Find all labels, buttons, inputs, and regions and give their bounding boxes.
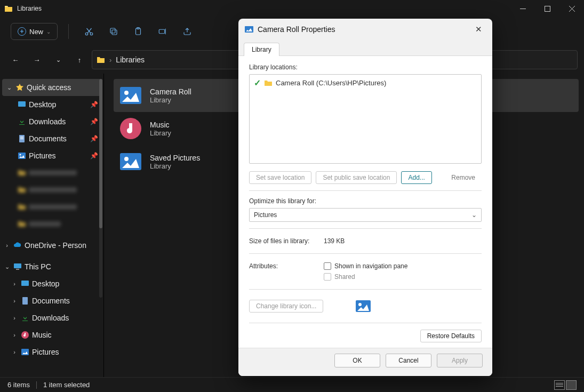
set-save-location-button[interactable]: Set save location	[249, 171, 311, 184]
shown-in-nav-checkbox[interactable]	[324, 262, 331, 270]
chevron-right-icon: ›	[11, 332, 18, 338]
sidebar-item-pc-desktop[interactable]: › Desktop	[0, 275, 103, 292]
paste-icon[interactable]	[129, 22, 148, 41]
window-titlebar: Libraries	[0, 0, 584, 17]
item-title: Saved Pictures	[150, 154, 200, 162]
sidebar-item-desktop[interactable]: Desktop 📌	[0, 96, 103, 113]
sidebar-item-quick-access[interactable]: ⌄ Quick access	[2, 79, 101, 96]
chevron-right-icon: ›	[11, 349, 18, 355]
sidebar-item-redacted[interactable]	[0, 181, 103, 198]
optimize-value: Pictures	[254, 211, 277, 219]
pictures-library-icon	[119, 84, 142, 107]
restore-defaults-button[interactable]: Restore Defaults	[420, 330, 482, 342]
tree-label: Pictures	[32, 348, 59, 356]
svg-point-29	[358, 303, 362, 306]
sidebar-item-redacted[interactable]	[0, 198, 103, 215]
folder-icon	[97, 55, 105, 64]
sidebar-item-redacted[interactable]	[0, 215, 103, 233]
optimize-select[interactable]: Pictures ⌄	[249, 208, 482, 222]
thumbnails-view-button[interactable]	[566, 380, 577, 390]
tab-library[interactable]: Library	[244, 43, 279, 56]
svg-rect-18	[21, 281, 29, 286]
star-icon	[15, 83, 25, 92]
chevron-down-icon: ⌄	[5, 84, 13, 91]
sidebar-item-downloads[interactable]: Downloads 📌	[0, 113, 103, 130]
dialog-title: Camera Roll Properties	[258, 25, 335, 34]
cancel-button[interactable]: Cancel	[386, 354, 431, 367]
tree-label	[29, 170, 77, 175]
sidebar-item-documents[interactable]: Documents 📌	[0, 130, 103, 147]
chevron-down-icon: ⌄	[3, 263, 11, 270]
properties-dialog: Camera Roll Properties ✕ Library Library…	[238, 19, 492, 376]
desktop-icon	[20, 279, 30, 289]
sidebar-item-redacted[interactable]	[0, 164, 103, 181]
folder-icon	[4, 4, 13, 13]
share-icon[interactable]	[178, 22, 197, 41]
pictures-icon	[20, 347, 30, 357]
tree-label	[29, 221, 61, 227]
forward-button[interactable]: →	[28, 51, 46, 69]
tree-label	[29, 187, 77, 193]
separator	[36, 381, 37, 389]
remove-location-button[interactable]: Remove	[445, 172, 482, 183]
svg-rect-4	[112, 30, 117, 35]
copy-icon[interactable]	[104, 22, 123, 41]
add-location-button[interactable]: Add...	[401, 171, 431, 184]
item-title: Music	[150, 121, 171, 129]
change-icon-button[interactable]: Change library icon...	[249, 300, 323, 313]
desktop-icon	[17, 100, 27, 109]
chevron-right-icon: ›	[11, 281, 18, 287]
locations-listbox[interactable]: ✓ Camera Roll (C:\Users\HP\Pictures)	[249, 74, 482, 164]
folder-icon	[17, 168, 27, 178]
separator	[68, 24, 69, 39]
tree-label: Downloads	[29, 117, 66, 126]
location-entry[interactable]: ✓ Camera Roll (C:\Users\HP\Pictures)	[254, 78, 477, 88]
svg-rect-27	[245, 26, 253, 33]
sidebar-item-pc-documents[interactable]: › Documents	[0, 292, 103, 309]
details-view-button[interactable]	[554, 380, 565, 390]
apply-button[interactable]: Apply	[437, 354, 483, 367]
scrollbar-thumb[interactable]	[99, 79, 102, 228]
cut-icon[interactable]	[79, 22, 99, 41]
set-public-save-location-button[interactable]: Set public save location	[316, 171, 397, 184]
sidebar-item-onedrive[interactable]: › OneDrive - Person	[0, 237, 103, 254]
sidebar-item-this-pc[interactable]: ⌄ This PC	[0, 258, 103, 275]
close-button[interactable]	[559, 0, 584, 17]
up-button[interactable]: ↑	[70, 51, 89, 69]
tree-label: Documents	[32, 297, 70, 305]
breadcrumb[interactable]: Libraries	[116, 55, 145, 64]
optimize-label: Optimize this library for:	[249, 197, 482, 205]
ok-button[interactable]: OK	[334, 354, 380, 367]
recent-locations-button[interactable]: ⌄	[49, 51, 67, 69]
tree-label: Desktop	[29, 100, 56, 109]
tree-label: Quick access	[27, 83, 71, 92]
sidebar-item-pc-downloads[interactable]: › Downloads	[0, 309, 103, 326]
pictures-library-icon	[119, 150, 142, 173]
rename-icon[interactable]	[153, 22, 172, 41]
shared-checkbox[interactable]	[324, 273, 331, 281]
maximize-button[interactable]	[535, 0, 559, 17]
svg-rect-5	[110, 28, 115, 33]
sidebar-item-pc-pictures[interactable]: › Pictures	[0, 343, 103, 361]
library-icon-preview	[355, 298, 371, 314]
dialog-close-button[interactable]: ✕	[471, 22, 486, 37]
sidebar-item-pictures[interactable]: Pictures 📌	[0, 147, 103, 164]
documents-icon	[20, 296, 30, 306]
new-button[interactable]: + New ⌄	[11, 23, 58, 40]
back-button[interactable]: ←	[6, 51, 25, 69]
download-icon	[20, 313, 30, 323]
new-button-label: New	[29, 28, 43, 36]
folder-icon	[17, 185, 27, 195]
onedrive-icon	[13, 241, 22, 250]
svg-rect-14	[18, 153, 26, 159]
item-title: Camera Roll	[150, 87, 191, 96]
minimize-button[interactable]	[510, 0, 535, 17]
pictures-library-icon	[245, 25, 253, 34]
music-icon	[20, 330, 30, 340]
sidebar-item-pc-music[interactable]: › Music	[0, 326, 103, 343]
svg-rect-11	[20, 137, 23, 137]
checkmark-icon: ✓	[254, 78, 261, 88]
pin-icon: 📌	[90, 118, 98, 125]
svg-rect-8	[159, 29, 165, 34]
svg-rect-16	[14, 263, 21, 268]
